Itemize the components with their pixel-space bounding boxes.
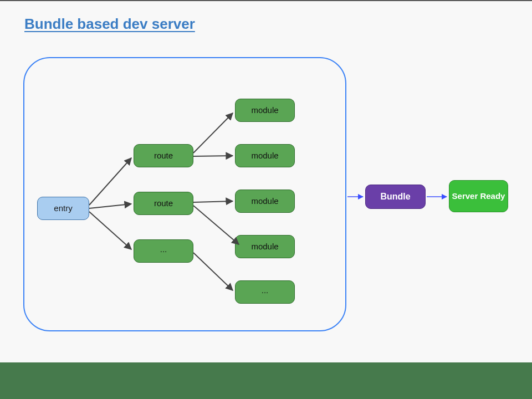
node-server-ready: Server Ready (449, 180, 508, 212)
top-border (0, 0, 532, 1)
node-module-3: module (235, 190, 295, 213)
node-route-2: route (134, 192, 193, 215)
node-module-4: module (235, 235, 295, 258)
node-entry: entry (37, 197, 89, 220)
node-bundle: Bundle (365, 185, 426, 209)
node-module-2: module (235, 144, 295, 167)
node-module-1: module (235, 99, 295, 122)
diagram-title: Bundle based dev server (24, 16, 195, 33)
node-route-more: ··· (134, 239, 193, 263)
node-route-1: route (134, 144, 193, 167)
footer-band (0, 362, 532, 399)
node-module-more: ··· (235, 280, 295, 304)
